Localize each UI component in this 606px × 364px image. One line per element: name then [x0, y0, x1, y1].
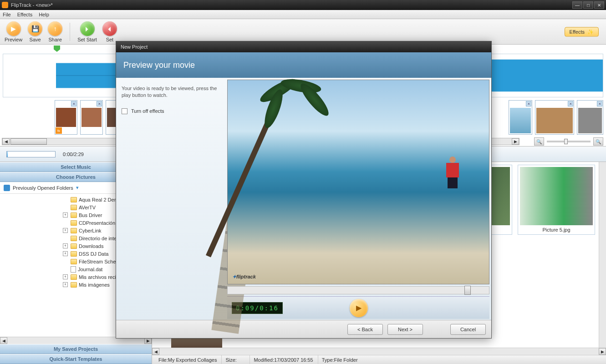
status-file: File:My Exported Collages — [155, 355, 220, 364]
app-icon — [2, 2, 8, 8]
slider-knob[interactable] — [564, 139, 568, 144]
expand-icon — [63, 236, 68, 241]
folder-icon — [71, 205, 77, 210]
scroll-grip[interactable] — [10, 138, 47, 145]
gallery-thumb[interactable]: Picture 5.jpg — [518, 165, 595, 235]
progress-bar[interactable] — [6, 151, 56, 157]
dialog-desc: Your video is ready to be viewed, press … — [122, 85, 222, 99]
dialog-preview: ✦fliptrack 0:09/0:16 ▶ — [227, 78, 491, 320]
effects-button[interactable]: Effects✨ — [565, 27, 599, 36]
folder-icon — [71, 197, 77, 202]
scroll-right-icon[interactable]: ▶ — [512, 138, 519, 145]
save-button[interactable]: 💾Save — [28, 21, 42, 42]
thumb-close-icon[interactable]: ✕ — [97, 101, 102, 106]
play-button[interactable]: ▶ — [350, 299, 368, 317]
cancel-button[interactable]: Cancel — [450, 324, 486, 335]
thumb-close-icon[interactable]: ✕ — [597, 101, 602, 106]
file-icon — [71, 266, 76, 273]
timeline-thumb[interactable]: ✕ — [80, 100, 103, 135]
folder-icon — [71, 259, 77, 264]
turn-off-effects-label: Turn off effects — [131, 108, 164, 114]
seek-knob[interactable] — [464, 286, 471, 295]
menubar: File Effects Help — [0, 10, 606, 19]
scroll-left-icon[interactable]: ◀ — [0, 337, 7, 344]
timeline-thumb[interactable]: ✕ — [535, 100, 574, 135]
dialog-footer: < Back Next > Cancel — [116, 320, 491, 338]
titlebar: FlipTrack - <new>* — □ ✕ — [0, 0, 606, 10]
playback-controls: 0:09/0:16 ▶ — [227, 296, 489, 319]
dialog-title[interactable]: New Project — [116, 41, 491, 52]
back-button[interactable]: < Back — [347, 324, 383, 335]
folder-icon — [71, 243, 77, 249]
status-modified: Modified:17/03/2007 16:55 — [250, 355, 316, 364]
seek-bar[interactable] — [227, 286, 489, 294]
video-preview[interactable]: ✦fliptrack — [227, 80, 489, 284]
status-bar: File:My Exported Collages Size: Modified… — [152, 355, 606, 364]
status-type: Type:File Folder — [318, 355, 362, 364]
folder-icon — [71, 228, 77, 233]
scroll-left-icon[interactable]: ◀ — [152, 348, 159, 355]
expand-icon[interactable]: + — [63, 228, 68, 233]
maximize-button[interactable]: □ — [583, 1, 593, 9]
tree-label: Directorio de inte — [79, 236, 117, 241]
start-marker[interactable] — [54, 46, 60, 52]
scroll-right-icon[interactable]: ▶ — [599, 348, 606, 355]
new-project-dialog: New Project Preview your movie Your vide… — [116, 41, 492, 339]
close-button[interactable]: ✕ — [594, 1, 604, 9]
my-saved-projects-panel[interactable]: My Saved Projects — [0, 344, 152, 354]
minimize-button[interactable]: — — [572, 1, 582, 9]
tree-label: Journal.dat — [78, 267, 102, 272]
expand-icon — [63, 205, 68, 210]
expand-icon — [63, 267, 68, 272]
thumb-close-icon[interactable]: ✕ — [526, 101, 531, 106]
timeline-thumb[interactable]: ✕fx — [55, 100, 77, 135]
thumb-close-icon[interactable]: ✕ — [71, 101, 76, 106]
fx-badge: fx — [56, 127, 62, 134]
expand-icon[interactable]: + — [63, 274, 68, 279]
expand-icon[interactable]: + — [63, 251, 68, 256]
quick-start-templates-panel[interactable]: Quick-Start Templates — [0, 354, 152, 364]
share-icon: ↑ — [48, 21, 62, 36]
set-end-button[interactable]: ⏴Set — [102, 21, 117, 42]
end-icon: ⏴ — [102, 21, 117, 36]
menu-file[interactable]: File — [3, 12, 11, 17]
folder-icon — [71, 282, 77, 288]
zoom-out-button[interactable]: 🔍 — [593, 137, 603, 146]
turn-off-effects-checkbox[interactable] — [122, 108, 127, 114]
thumb-close-icon[interactable]: ✕ — [568, 101, 573, 106]
waveform-left — [56, 54, 120, 97]
zoom-in-button[interactable]: 🔍 — [534, 137, 544, 146]
scroll-left-icon[interactable]: ◀ — [2, 138, 10, 145]
menu-help[interactable]: Help — [39, 12, 49, 17]
play-icon: ▶ — [6, 21, 21, 36]
timeline-thumb[interactable]: ✕ — [577, 100, 603, 135]
gallery-vscroll[interactable] — [599, 162, 606, 348]
gallery-hscroll[interactable]: ◀ ▶ — [152, 348, 606, 355]
dialog-heading: Preview your movie — [123, 61, 195, 70]
timeline-thumb[interactable]: ✕ — [509, 100, 532, 135]
time-display: 0:00/2:29 — [63, 152, 84, 157]
tree-label: Downloads — [79, 243, 103, 249]
expand-icon[interactable]: + — [63, 212, 68, 217]
next-button[interactable]: Next > — [387, 324, 423, 335]
expand-icon — [63, 220, 68, 225]
tree-label: DSS DJ Data — [79, 251, 108, 257]
wand-icon: ✨ — [587, 29, 594, 35]
folder-icon — [71, 251, 77, 257]
dialog-header: Preview your movie — [116, 52, 491, 78]
zoom-slider[interactable] — [547, 141, 591, 142]
folder-icon — [71, 212, 77, 218]
set-start-button[interactable]: ⏵Set Start — [77, 21, 97, 42]
expand-icon[interactable]: + — [63, 243, 68, 248]
start-icon: ⏵ — [80, 21, 95, 36]
folder-icon — [71, 236, 77, 241]
share-button[interactable]: ↑Share — [48, 21, 62, 42]
expand-icon[interactable]: + — [63, 282, 68, 287]
tree-label: Aqua Real 2 Dem — [79, 197, 118, 202]
turn-off-effects-row[interactable]: Turn off effects — [122, 108, 222, 114]
expand-icon — [63, 259, 68, 264]
menu-effects[interactable]: Effects — [17, 12, 32, 17]
zoom-controls: 🔍 🔍 — [534, 137, 603, 146]
preview-button[interactable]: ▶Preview — [5, 21, 22, 42]
separator — [70, 23, 70, 41]
